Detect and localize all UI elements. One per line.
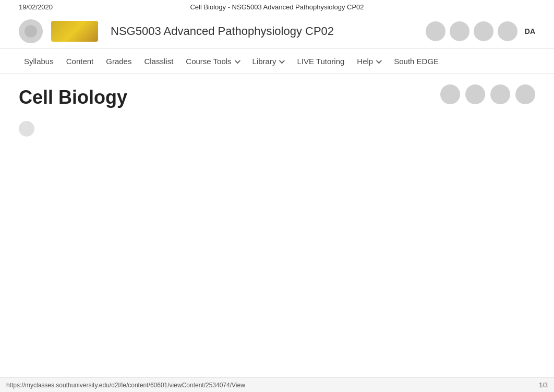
nav-live-tutoring[interactable]: LIVE Tutoring [292,51,350,72]
course-tools-chevron-icon [234,58,240,65]
nav-library[interactable]: Library [247,51,290,72]
bottom-bar: https://myclasses.southuniversity.edu/d2… [0,377,554,392]
nav-classlist[interactable]: Classlist [139,51,178,72]
nav-help[interactable]: Help [352,51,387,72]
nav-syllabus-label: Syllabus [24,57,54,66]
nav-grades[interactable]: Grades [101,51,137,72]
avatar-2 [450,21,469,41]
avatar-4 [498,21,517,41]
pagination-label: 1/3 [539,382,548,389]
content-icon-2[interactable] [465,84,485,104]
header-left: NSG5003 Advanced Pathophysiology CP02 [19,19,334,43]
page-content: Cell Biology [0,74,554,149]
avatar-1 [426,21,445,41]
nav-help-label: Help [357,57,373,66]
help-chevron-icon [375,58,381,65]
content-icon-3[interactable] [490,84,510,104]
nav-syllabus[interactable]: Syllabus [19,51,59,72]
course-name-label: NSG5003 Advanced Pathophysiology CP02 [111,24,334,38]
header-right: DA [426,21,535,41]
nav-library-label: Library [252,57,276,66]
date-label: 19/02/2020 [19,3,53,11]
avatar-3 [474,21,493,41]
nav-course-tools[interactable]: Course Tools [180,51,245,72]
small-icon [19,121,34,137]
content-icon-1[interactable] [440,84,460,104]
content-icon-4[interactable] [515,84,535,104]
status-url: https://myclasses.southuniversity.edu/d2… [6,382,245,389]
nav-south-edge[interactable]: South EDGE [389,51,444,72]
top-bar: 19/02/2020 Cell Biology - NSG5003 Advanc… [0,0,554,14]
nav-bar: Syllabus Content Grades Classlist Course… [0,49,554,74]
logo-wordmark[interactable] [51,21,98,42]
nav-grades-label: Grades [106,57,131,66]
library-chevron-icon [278,58,284,65]
content-action-icons [440,84,535,104]
nav-course-tools-label: Course Tools [186,57,231,66]
nav-content[interactable]: Content [61,51,99,72]
logo-icon [19,19,43,43]
window-title: Cell Biology - NSG5003 Advanced Pathophy… [190,3,364,11]
nav-content-label: Content [66,57,94,66]
nav-live-tutoring-label: LIVE Tutoring [297,57,344,66]
header: NSG5003 Advanced Pathophysiology CP02 DA [0,14,554,49]
nav-classlist-label: Classlist [144,57,173,66]
loading-indicator [19,121,535,137]
nav-south-edge-label: South EDGE [394,57,439,66]
svg-point-0 [25,25,37,38]
user-initials: DA [525,27,535,35]
